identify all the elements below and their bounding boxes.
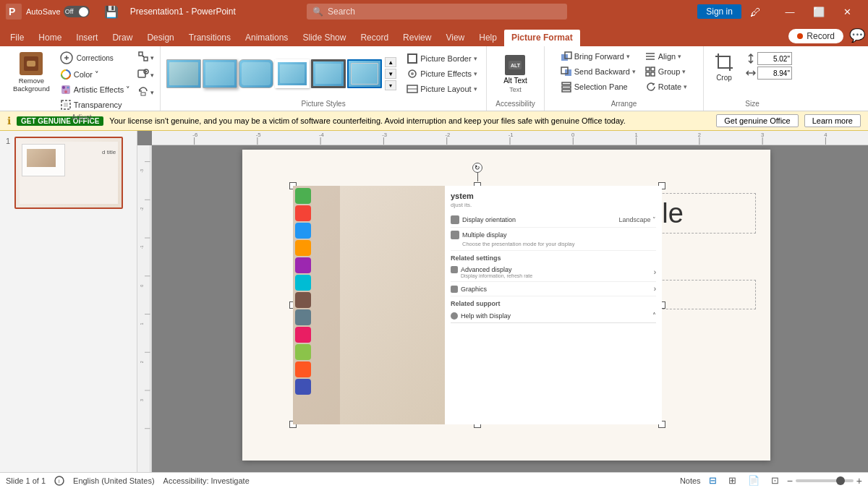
send-backward-arrow[interactable]: ▾ xyxy=(632,68,636,75)
accessibility-status[interactable]: Accessibility: Investigate xyxy=(163,476,250,485)
picture-style-4[interactable] xyxy=(275,59,310,88)
slide-info: Slide 1 of 1 xyxy=(6,476,46,485)
transparency-button[interactable]: Transparency xyxy=(57,98,134,112)
tab-slideshow[interactable]: Slide Show xyxy=(295,30,353,46)
adjust-small-buttons: Corrections Color ˅ Artistic Effects ˅ T… xyxy=(57,49,134,112)
color-button[interactable]: Color ˅ xyxy=(57,67,134,82)
bring-forward-button[interactable]: Bring Forward ▾ xyxy=(558,49,639,64)
picture-style-1[interactable] xyxy=(166,59,201,88)
selection-pane-button[interactable]: Selection Pane xyxy=(558,80,639,94)
artistic-effects-icon xyxy=(60,84,72,95)
picture-layout-button[interactable]: Picture Layout ▾ xyxy=(404,82,480,96)
orientation-label: Display orientation xyxy=(462,216,516,223)
reset-pic-arrow-button[interactable]: ▾ xyxy=(150,89,154,96)
rotate-handle[interactable]: ↻ xyxy=(472,163,482,173)
svg-text:0: 0 xyxy=(571,132,574,138)
size-inputs xyxy=(743,49,795,82)
close-button[interactable]: ✕ xyxy=(833,1,862,22)
change-pic-arrow-button[interactable]: ▾ xyxy=(150,72,154,79)
reset-picture-button[interactable] xyxy=(137,85,149,99)
picture-effects-arrow[interactable]: ▾ xyxy=(474,70,477,77)
artistic-effects-button[interactable]: Artistic Effects ˅ xyxy=(57,82,134,97)
height-input[interactable] xyxy=(757,52,792,65)
restore-button[interactable]: ⬜ xyxy=(804,1,833,22)
advanced-sublabel: Display information, refresh rate xyxy=(451,273,532,278)
group-button[interactable]: Group ▾ xyxy=(642,64,690,79)
advanced-icon xyxy=(451,266,458,273)
svg-text:1: 1 xyxy=(634,132,637,138)
picture-styles-group-label: Picture Styles xyxy=(302,98,346,108)
picture-border-arrow[interactable]: ▾ xyxy=(474,55,477,62)
learn-more-button[interactable]: Learn more xyxy=(804,114,861,127)
adjust-group: RemoveBackground Corrections Color ˅ Art… xyxy=(3,46,161,111)
record-button[interactable]: Record xyxy=(788,29,843,43)
picture-effects-button[interactable]: Picture Effects ▾ xyxy=(404,67,480,81)
minimize-button[interactable]: — xyxy=(775,1,804,22)
tab-draw[interactable]: Draw xyxy=(105,30,140,46)
get-genuine-office-button[interactable]: Get genuine Office xyxy=(716,114,799,127)
app-title: Presentation1 - PowerPoint xyxy=(130,7,236,17)
tab-home[interactable]: Home xyxy=(31,30,69,46)
group-icon xyxy=(644,66,656,77)
signin-button[interactable]: Sign in xyxy=(697,4,741,19)
compress-pictures-button[interactable] xyxy=(137,51,149,64)
corrections-button[interactable]: Corrections xyxy=(57,49,134,67)
styles-expand[interactable]: ▾ xyxy=(385,80,396,90)
search-box[interactable]: 🔍 Search xyxy=(307,4,567,20)
tab-help[interactable]: Help xyxy=(472,30,504,46)
canvas-area[interactable]: -6 -5 -4 -3 -2 -1 0 1 2 3 4 xyxy=(137,131,868,472)
alt-text-button[interactable]: ALT Alt Text Text xyxy=(500,53,531,95)
svg-text:-1: -1 xyxy=(509,132,514,138)
tab-view[interactable]: View xyxy=(438,30,472,46)
multiple-display-label: Multiple display xyxy=(462,231,507,239)
reading-view-button[interactable]: 📄 xyxy=(744,474,763,487)
picture-layout-arrow[interactable]: ▾ xyxy=(474,85,477,93)
send-backward-button[interactable]: Send Backward ▾ xyxy=(558,64,639,79)
normal-view-button[interactable]: ⊟ xyxy=(705,474,720,487)
presenter-view-button[interactable]: ⊡ xyxy=(767,474,783,487)
compress-arrow-button[interactable]: ▾ xyxy=(150,54,154,61)
remove-background-button[interactable]: RemoveBackground xyxy=(9,49,54,96)
status-bar-right: Notes ⊟ ⊞ 📄 ⊡ − + xyxy=(680,474,862,487)
slide-number: 1 xyxy=(6,137,10,209)
settings-item-graphics: Graphics › xyxy=(451,282,656,296)
zoom-out-button[interactable]: − xyxy=(787,475,793,487)
notes-button[interactable]: Notes xyxy=(680,476,701,485)
tab-file[interactable]: File xyxy=(3,30,31,46)
bring-forward-arrow[interactable]: ▾ xyxy=(626,53,630,60)
app-icon-12 xyxy=(295,379,311,395)
adjust-group-label: Adjust xyxy=(72,112,92,121)
tab-review[interactable]: Review xyxy=(396,30,438,46)
tab-record[interactable]: Record xyxy=(353,30,396,46)
change-picture-button[interactable] xyxy=(137,68,149,82)
tab-transitions[interactable]: Transitions xyxy=(182,30,238,46)
slide[interactable]: d title itle ↻ xyxy=(242,150,770,461)
autosave-toggle[interactable]: Off xyxy=(64,6,90,17)
tab-design[interactable]: Design xyxy=(140,30,181,46)
picture-border-button[interactable]: Picture Border ▾ xyxy=(404,51,480,66)
align-button[interactable]: Align ▾ xyxy=(642,49,690,64)
width-input[interactable] xyxy=(757,67,792,80)
slide-thumbnail[interactable]: d title xyxy=(14,137,123,209)
picture-style-2[interactable] xyxy=(203,59,237,88)
tab-animations[interactable]: Animations xyxy=(238,30,295,46)
rotate-button[interactable]: Rotate ▾ xyxy=(642,80,690,94)
svg-point-9 xyxy=(64,90,67,93)
zoom-in-button[interactable]: + xyxy=(856,475,862,487)
picture-style-3[interactable] xyxy=(239,59,273,88)
zoom-slider[interactable] xyxy=(796,479,854,482)
related-support-header: Related support xyxy=(451,300,656,307)
styles-scroll-down[interactable]: ▼ xyxy=(385,69,396,79)
styles-scroll-up[interactable]: ▲ xyxy=(385,57,396,67)
tab-picture-format[interactable]: Picture Format xyxy=(504,30,580,46)
picture-style-5[interactable] xyxy=(311,59,346,88)
save-icon[interactable]: 💾 xyxy=(104,5,119,19)
image-wrapper[interactable]: ↻ xyxy=(293,186,662,424)
picture-style-6[interactable] xyxy=(347,59,382,88)
pen-tool-icon[interactable]: 🖊 xyxy=(747,4,764,20)
slide-sorter-button[interactable]: ⊞ xyxy=(725,474,740,487)
tab-insert[interactable]: Insert xyxy=(69,30,105,46)
search-icon: 🔍 xyxy=(312,7,323,17)
comment-button[interactable]: 💬 xyxy=(849,27,865,43)
crop-button[interactable]: Crop xyxy=(710,49,739,85)
